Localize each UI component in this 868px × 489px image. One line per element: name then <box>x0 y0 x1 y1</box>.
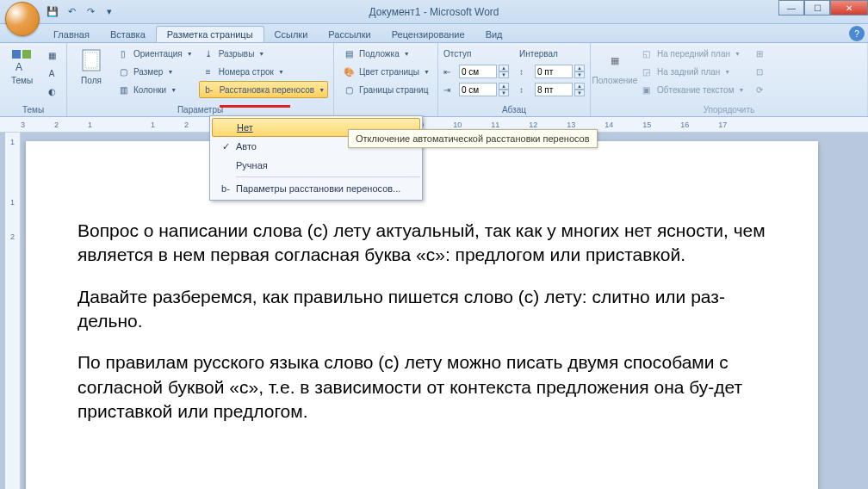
window-title: Документ1 - Microsoft Word <box>369 6 499 18</box>
indent-right-icon: ⇥ <box>443 85 457 95</box>
bring-front-button: ◱На передний план▼ <box>637 45 747 62</box>
size-button[interactable]: ▢Размер▼ <box>114 63 195 80</box>
ribbon: A Темы ▦ A ◐ Темы Поля ▯Ориентация▼ ▢Раз… <box>0 43 868 117</box>
spacing-before-field[interactable]: ↕▲▼ <box>519 63 585 80</box>
tab-home[interactable]: Главная <box>43 27 100 42</box>
columns-icon: ▥ <box>116 83 130 96</box>
group-icon: ⊡ <box>753 65 766 78</box>
minimize-button[interactable]: — <box>778 0 804 15</box>
close-button[interactable]: ✕ <box>830 0 868 15</box>
tab-insert[interactable]: Вставка <box>100 27 156 42</box>
margins-icon <box>78 46 105 74</box>
line-numbers-button[interactable]: ≡Номера строк▼ <box>199 63 328 80</box>
office-button[interactable] <box>5 2 40 36</box>
spacing-after-field[interactable]: ↕▲▼ <box>519 81 585 98</box>
page-color-button[interactable]: 🎨Цвет страницы▼ <box>339 63 432 80</box>
send-back-button: ◲На задний план▼ <box>637 63 747 80</box>
save-icon[interactable]: 💾 <box>45 4 60 20</box>
position-icon: ▦ <box>601 46 629 74</box>
tab-view[interactable]: Вид <box>475 27 513 42</box>
margins-button[interactable]: Поля <box>72 45 110 87</box>
group-page-setup: Поля ▯Ориентация▼ ▢Размер▼ ▥Колонки▼ ⤓Ра… <box>67 43 334 116</box>
group-page-background: ▤Подложка▼ 🎨Цвет страницы▼ ▢Границы стра… <box>334 43 438 116</box>
help-icon[interactable]: ? <box>849 26 865 41</box>
annotation-underline <box>220 105 290 108</box>
vertical-ruler[interactable]: 112 <box>5 133 21 489</box>
orientation-button[interactable]: ▯Ориентация▼ <box>114 45 195 62</box>
group-paragraph: Отступ ⇤▲▼ ⇥▲▼ Интервал ↕▲▼ ↕▲▼ Абзац <box>438 43 591 116</box>
text-wrap-icon: ▣ <box>640 83 654 96</box>
size-icon: ▢ <box>116 65 130 78</box>
rotate-icon: ⟳ <box>753 83 766 96</box>
document-area[interactable]: 112 Вопрос о написании слова (с) лету ак… <box>0 133 868 489</box>
spacing-after-icon: ↕ <box>519 85 533 95</box>
page-borders-button[interactable]: ▢Границы страниц <box>339 81 432 98</box>
themes-button[interactable]: A Темы <box>5 45 39 87</box>
hyphenation-icon: b‑ <box>202 83 216 96</box>
dropdown-item-manual[interactable]: Ручная <box>212 156 420 175</box>
redo-icon[interactable]: ↷ <box>83 4 98 20</box>
send-back-icon: ◲ <box>640 65 654 78</box>
theme-effects-icon[interactable]: ◐ <box>42 83 61 100</box>
paragraph-3[interactable]: По правилам русского языка слово (с) лет… <box>78 350 766 424</box>
bring-front-icon: ◱ <box>640 46 654 60</box>
tooltip: Отключение автоматической расстановки пе… <box>348 129 598 148</box>
breaks-icon: ⤓ <box>202 46 215 60</box>
indent-left-field[interactable]: ⇤▲▼ <box>443 63 509 80</box>
orientation-icon: ▯ <box>116 46 130 60</box>
tab-mailings[interactable]: Рассылки <box>318 27 381 42</box>
text-wrap-button: ▣Обтекание текстом▼ <box>637 81 747 98</box>
group-themes: A Темы ▦ A ◐ Темы <box>0 43 67 116</box>
ribbon-tabs: Главная Вставка Разметка страницы Ссылки… <box>0 24 868 43</box>
maximize-button[interactable]: ☐ <box>804 0 830 15</box>
watermark-icon: ▤ <box>342 46 356 60</box>
svg-rect-1 <box>22 50 31 59</box>
check-icon: ✓ <box>215 141 236 152</box>
indent-left-icon: ⇤ <box>443 67 457 77</box>
indent-right-field[interactable]: ⇥▲▼ <box>443 81 509 98</box>
qat-customize-icon[interactable]: ▾ <box>102 4 117 20</box>
group-arrange: ▦ Положение ◱На передний план▼ ◲На задни… <box>591 43 868 116</box>
align-button: ⊞ <box>750 45 769 62</box>
position-button: ▦ Положение <box>596 45 634 87</box>
hyphenation-button[interactable]: b‑Расстановка переносов▼ <box>199 81 328 98</box>
columns-button[interactable]: ▥Колонки▼ <box>114 81 195 98</box>
title-bar: 💾 ↶ ↷ ▾ Документ1 - Microsoft Word — ☐ ✕ <box>0 0 868 24</box>
svg-rect-0 <box>12 50 21 59</box>
quick-access-toolbar: 💾 ↶ ↷ ▾ <box>45 4 117 20</box>
svg-text:A: A <box>16 61 22 72</box>
window-controls: — ☐ ✕ <box>778 0 868 15</box>
theme-fonts-icon[interactable]: A <box>42 65 61 82</box>
theme-colors-icon[interactable]: ▦ <box>42 46 61 64</box>
line-numbers-icon: ≡ <box>202 65 215 78</box>
tab-page-layout[interactable]: Разметка страницы <box>156 26 264 42</box>
spacing-before-icon: ↕ <box>519 67 533 77</box>
paragraph-1[interactable]: Вопрос о написании слова (с) лету актуал… <box>78 219 766 268</box>
undo-icon[interactable]: ↶ <box>64 4 79 20</box>
dropdown-item-options[interactable]: b‑ Параметры расстановки переносов... <box>212 179 420 198</box>
tab-references[interactable]: Ссылки <box>264 27 319 42</box>
tab-review[interactable]: Рецензирование <box>381 27 475 42</box>
themes-icon: A <box>9 46 36 74</box>
paragraph-2[interactable]: Давайте разберемся, как правильно пишетс… <box>78 285 766 334</box>
watermark-button[interactable]: ▤Подложка▼ <box>339 45 432 62</box>
hyphenation-dropdown: Нет ✓ Авто Ручная b‑ Параметры расстанов… <box>209 115 423 201</box>
breaks-button[interactable]: ⤓Разрывы▼ <box>199 45 328 62</box>
borders-icon: ▢ <box>342 83 356 96</box>
group-button: ⊡ <box>750 63 769 80</box>
page-color-icon: 🎨 <box>342 65 356 78</box>
hyphenation-options-icon: b‑ <box>215 183 236 194</box>
align-icon: ⊞ <box>753 46 766 60</box>
dropdown-separator <box>236 176 420 177</box>
rotate-button: ⟳ <box>750 81 769 98</box>
